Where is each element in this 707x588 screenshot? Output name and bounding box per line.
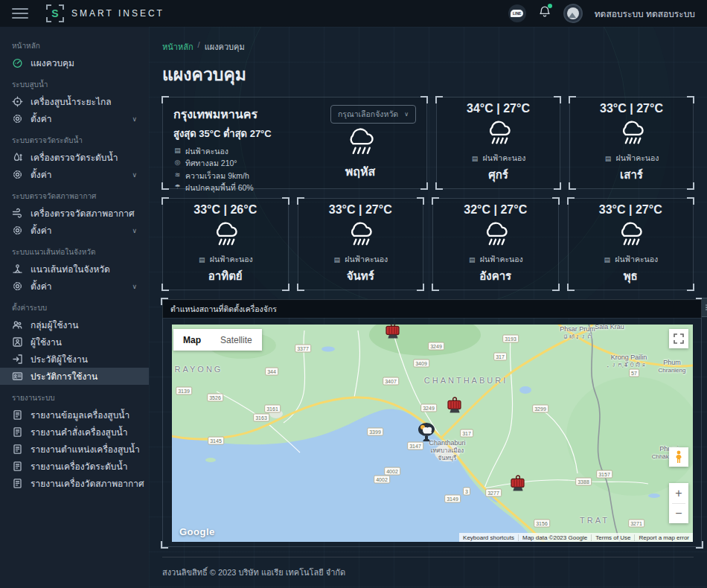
sidebar-item-user-groups[interactable]: กลุ่มผู้ใช้งาน xyxy=(0,316,149,333)
fullscreen-button[interactable] xyxy=(669,329,688,348)
report-icon xyxy=(12,426,23,438)
map-settings-tab[interactable] xyxy=(702,298,707,317)
main-content: หน้าหลัก / แผงควบคุม แผงควบคุม กรุงเทพมห… xyxy=(149,27,707,588)
forecast-icon: ▤ xyxy=(604,155,612,162)
sidebar-item-label: กลุ่มผู้ใช้งาน xyxy=(31,318,78,332)
weather-row-2: 33°C | 26°C ▤ฝนฟ้าคะนอง อาทิตย์ 33°C | 2… xyxy=(162,198,694,290)
road-badge: 3277 xyxy=(485,489,502,497)
condition-text: ฝนฟ้าคะนอง xyxy=(210,253,253,266)
sidebar-item-report-weather[interactable]: รายงานเครื่องวัดสภาพอากาศ xyxy=(0,475,149,492)
sidebar-section-weather: ระบบตรวจวัดสภาพอากาศ xyxy=(0,183,149,205)
sidebar-item-pipeline-settings[interactable]: ตั้งค่า ∨ xyxy=(0,278,149,295)
rain-cloud-icon xyxy=(615,117,649,150)
sidebar-item-report-pump-commands[interactable]: รายงานคำสั่งเครื่องสูบน้ำ xyxy=(0,424,149,441)
sidebar-item-report-pump-data[interactable]: รายงานข้อมูลเครื่องสูบน้ำ xyxy=(0,406,149,424)
road-badge: 3163 xyxy=(253,414,269,422)
notification-dot xyxy=(548,4,552,8)
map-panel-title: ตำแหน่งสถานที่ติดตั้งเครื่องจักร xyxy=(170,303,277,316)
sidebar-item-user-history[interactable]: ประวัติผู้ใช้งาน xyxy=(0,351,149,368)
sidebar-item-report-waterlevel[interactable]: รายงานเครื่องวัดระดับน้ำ xyxy=(0,458,149,475)
terms-link[interactable]: Terms of Use xyxy=(591,534,634,541)
rain-cloud-icon xyxy=(482,117,516,150)
map-button[interactable]: Map xyxy=(173,329,211,351)
sidebar-section-pump: ระบบสูบน้ำ xyxy=(0,71,149,93)
sidebar-item-label: เครื่องตรวจวัดระดับน้ำ xyxy=(31,150,118,164)
breadcrumb-home[interactable]: หน้าหลัก xyxy=(162,40,193,54)
sidebar-item-usage-history[interactable]: ประวัติการใช้งาน xyxy=(0,368,149,385)
brand: S SMART INSECT xyxy=(46,4,164,22)
chevron-down-icon[interactable]: ∨ xyxy=(132,227,137,234)
footer-divider xyxy=(162,557,694,557)
condition-text: ฝนฟ้าคะนอง xyxy=(615,253,658,266)
road-badge: 3145 xyxy=(208,437,224,445)
sidebar-item-waterlevel-settings[interactable]: ตั้งค่า ∨ xyxy=(0,166,149,183)
chevron-down-icon[interactable]: ∨ xyxy=(132,171,137,179)
pump-marker[interactable] xyxy=(508,474,528,493)
chevron-down-icon[interactable]: ∨ xyxy=(132,283,137,290)
place-label: Sala Krau xyxy=(595,325,624,332)
zoom-in-button[interactable]: + xyxy=(669,484,688,503)
province-select[interactable]: กรุณาเลือกจังหวัด ∨ xyxy=(330,105,416,124)
sidebar-item-report-pump-locations[interactable]: รายงานตำแหน่งเครื่องสูบน้ำ xyxy=(0,441,149,458)
rain-coverage: ฝนปกคลุมพื้นที่ 60% xyxy=(185,182,254,194)
gear-icon xyxy=(12,169,23,180)
sidebar-item-remote-pump[interactable]: เครื่องสูบน้ำระยะไกล xyxy=(0,93,149,110)
wind-direction: ทิศทางลม 210° xyxy=(185,157,237,169)
login-icon xyxy=(12,354,23,365)
sidebar-section-reports: รายงานระบบ xyxy=(0,385,149,406)
report-icon xyxy=(12,478,23,489)
breadcrumb: หน้าหลัก / แผงควบคุม xyxy=(162,40,694,54)
place-label: Phsar Prumផ្សារព្រំ xyxy=(560,325,595,341)
temp: 33°C | 27°C xyxy=(599,203,662,217)
pump-marker[interactable] xyxy=(445,396,464,415)
sidebar-item-label: ผู้ใช้งาน xyxy=(31,335,62,349)
weather-card-monday: 33°C | 27°C ▤ฝนฟ้าคะนอง จันทร์ xyxy=(298,198,424,290)
avatar[interactable] xyxy=(563,4,583,23)
day-label: พุธ xyxy=(624,267,638,285)
city-name: กรุงเทพมหานคร xyxy=(173,105,304,124)
forecast-icon: ▤ xyxy=(173,146,182,156)
road-badge: 3271 xyxy=(628,520,644,528)
users-icon xyxy=(12,319,23,330)
rain-cloud-icon xyxy=(479,218,513,252)
pump-marker[interactable] xyxy=(383,325,403,341)
road-badge: 3409 xyxy=(413,359,429,368)
sidebar-item-pump-settings[interactable]: ตั้งค่า ∨ xyxy=(0,110,149,127)
forecast-icon: ▤ xyxy=(468,256,476,263)
sidebar-item-waterlevel-sensor[interactable]: เครื่องตรวจวัดระดับน้ำ xyxy=(0,149,149,166)
sidebar-item-dashboard[interactable]: แผงควบคุม xyxy=(0,54,149,71)
gear-icon xyxy=(12,225,23,236)
sidebar-item-label: ตั้งค่า xyxy=(31,167,51,182)
rain-cloud-icon xyxy=(208,218,243,252)
keyboard-shortcuts-link[interactable]: Keyboard shortcuts xyxy=(459,534,518,541)
satellite-button[interactable]: Satellite xyxy=(211,329,262,351)
user-name[interactable]: ทดสอบระบบ ทดสอบระบบ xyxy=(595,7,695,21)
notifications-bell-icon[interactable] xyxy=(538,5,551,22)
sidebar-item-label: รายงานคำสั่งเครื่องสูบน้ำ xyxy=(31,425,128,439)
sidebar-item-users[interactable]: ผู้ใช้งาน xyxy=(0,333,149,351)
road-badge: 4002 xyxy=(374,476,390,484)
sidebar-item-label: เครื่องตรวจวัดสภาพอากาศ xyxy=(31,206,135,220)
chevron-down-icon[interactable]: ∨ xyxy=(132,115,137,123)
sidebar-item-label: ตั้งค่า xyxy=(31,223,51,237)
day-label: จันทร์ xyxy=(347,267,374,285)
pegman-button[interactable] xyxy=(669,447,688,467)
sidebar-item-weather-sensor[interactable]: เครื่องตรวจวัดสภาพอากาศ xyxy=(0,205,149,222)
report-error-link[interactable]: Report a map error xyxy=(634,534,693,541)
breadcrumb-current: แผงควบคุม xyxy=(205,40,245,54)
sidebar-item-label: แนวเส้นท่อในจังหวัด xyxy=(31,262,110,276)
menu-toggle-icon[interactable] xyxy=(12,8,28,19)
line-icon[interactable]: LINE xyxy=(508,4,526,22)
sidebar-section-pipeline: ระบบแนวเส้นท่อในจังหวัด xyxy=(0,239,149,261)
road-badge: 3139 xyxy=(176,387,192,395)
region-label: TRAT xyxy=(580,516,610,525)
map-attribution: Keyboard shortcuts Map data ©2023 Google… xyxy=(459,533,693,542)
sidebar-item-pipeline[interactable]: แนวเส้นท่อในจังหวัด xyxy=(0,261,149,278)
sidebar-item-weather-settings[interactable]: ตั้งค่า ∨ xyxy=(0,222,149,239)
sidebar-section-home: หน้าหลัก xyxy=(0,33,149,54)
wind-speed: ความเร็วลม 9km/h xyxy=(185,170,249,182)
zoom-out-button[interactable]: − xyxy=(669,504,688,523)
weather-station-marker[interactable] xyxy=(415,421,438,444)
map-type-control: Map Satellite xyxy=(173,329,262,351)
google-map[interactable]: RAYONG CHANTHABURI TRAT Phsar Prumផ្សារព… xyxy=(172,325,693,542)
